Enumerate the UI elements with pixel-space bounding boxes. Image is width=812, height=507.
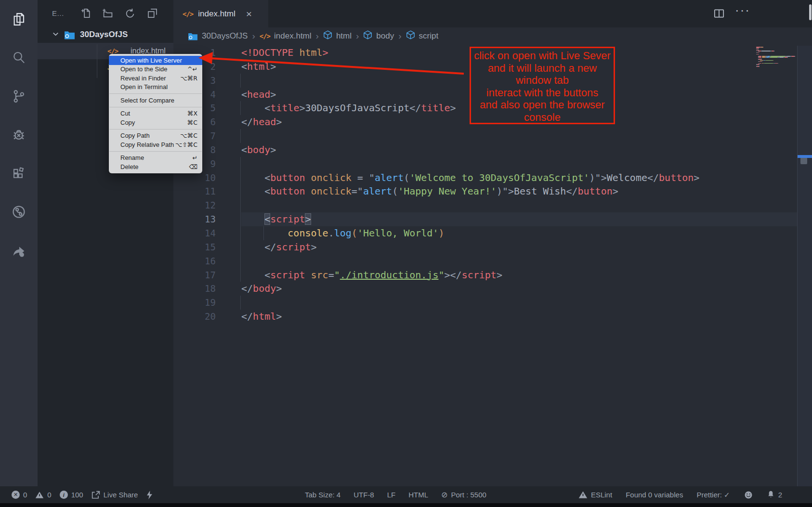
menu-item-shortcut: ↵	[193, 154, 197, 161]
indent-guide	[240, 268, 241, 282]
status-tab-size[interactable]: Tab Size: 4	[305, 491, 341, 499]
annotation-text-line: and also open the browser	[471, 99, 614, 111]
indent-guide	[240, 240, 241, 254]
menu-item-copy[interactable]: Copy⌘C	[109, 118, 202, 127]
search-icon[interactable]	[0, 39, 38, 77]
minimap-line	[761, 59, 762, 60]
status-warnings[interactable]: 0	[35, 491, 51, 499]
annotation-box: click on open with Live Severand it will…	[470, 47, 615, 124]
code-line-11[interactable]: 11 <button onclick="alert('Happy New Yea…	[173, 184, 812, 198]
breadcrumb-item-body[interactable]: body	[363, 30, 394, 42]
editor-scrollbar-thumb[interactable]	[800, 157, 807, 164]
new-file-icon[interactable]	[79, 7, 93, 20]
status-prettier[interactable]: Prettier: ✓	[696, 491, 730, 499]
menu-item-delete[interactable]: Delete⌫	[109, 162, 202, 171]
code-text: <script src="./introduction.js"></script…	[241, 268, 502, 282]
status-language[interactable]: HTML	[408, 491, 428, 499]
menu-item-shortcut: ⌥⌘R	[180, 75, 197, 82]
indent-guide	[240, 74, 241, 88]
live-share-icon[interactable]	[0, 193, 38, 231]
line-number: 18	[173, 282, 216, 296]
line-number: 12	[173, 198, 216, 212]
minimap-line	[778, 63, 778, 64]
code-line-19[interactable]: 19	[173, 296, 812, 310]
new-folder-icon[interactable]	[101, 7, 115, 20]
menu-item-select-for-compare[interactable]: Select for Compare	[109, 96, 202, 105]
split-editor-icon[interactable]	[713, 7, 725, 22]
symbol-cube-icon	[363, 32, 372, 41]
source-control-icon[interactable]	[0, 77, 38, 116]
breadcrumb-label: index.html	[274, 31, 311, 41]
breadcrumb-item-30daysofjs[interactable]: 30DaysOfJS	[188, 31, 248, 41]
minimap-line	[759, 64, 760, 65]
explorer-icon[interactable]	[0, 0, 38, 39]
menu-separator	[109, 93, 202, 94]
menu-item-reveal-in-finder[interactable]: Reveal in Finder⌥⌘R	[109, 74, 202, 83]
menu-item-open-in-terminal[interactable]: Open in Terminal	[109, 83, 202, 92]
minimap-line	[759, 66, 760, 67]
annotation-text-line: window tab	[471, 74, 614, 87]
code-line-7[interactable]: 7	[173, 129, 812, 143]
annotation-text-line: interact with the buttons	[471, 87, 614, 99]
folder-icon	[64, 30, 75, 39]
code-line-18[interactable]: 18</body>	[173, 282, 812, 296]
context-menu: Open with Live ServerOpen to the Side^↵R…	[109, 54, 202, 173]
minimap[interactable]	[755, 47, 797, 80]
html-file-icon: </>	[183, 10, 193, 18]
refresh-icon[interactable]	[123, 7, 137, 20]
status-errors[interactable]: ✕0	[12, 491, 27, 499]
status-prettier-label: Prettier: ✓	[696, 491, 730, 499]
status-notifications[interactable]: 2	[767, 490, 782, 499]
line-number: 17	[173, 268, 216, 282]
menu-item-open-to-the-side[interactable]: Open to the Side^↵	[109, 65, 202, 74]
status-eol[interactable]: LF	[387, 491, 396, 499]
close-tab-icon[interactable]: ×	[246, 9, 252, 19]
menu-item-copy-relative-path[interactable]: Copy Relative Path⌥⇧⌘C	[109, 140, 202, 149]
code-line-9[interactable]: 9	[173, 157, 812, 171]
minimap-line	[763, 47, 763, 48]
breadcrumb-item-script[interactable]: script	[406, 30, 439, 42]
status-live-share[interactable]: Live Share	[92, 491, 138, 499]
breadcrumb-item-html[interactable]: html	[323, 30, 352, 42]
window-scrollbar-thumb[interactable]	[809, 4, 812, 20]
overview-ruler	[797, 46, 812, 486]
code-line-14[interactable]: 14 console.log('Hello, World')	[173, 226, 812, 240]
menu-item-cut[interactable]: Cut⌘X	[109, 109, 202, 118]
extensions-icon[interactable]	[0, 154, 38, 193]
line-number: 19	[173, 296, 216, 310]
minimap-line	[759, 57, 761, 58]
status-feedback[interactable]	[744, 490, 753, 500]
status-bolt[interactable]	[146, 490, 153, 500]
code-line-16[interactable]: 16	[173, 254, 812, 268]
status-port[interactable]: ⊘Port : 5500	[441, 490, 486, 499]
menu-item-rename[interactable]: Rename↵	[109, 154, 202, 163]
menu-item-shortcut: ^↵	[187, 65, 197, 73]
code-line-17[interactable]: 17 <script src="./introduction.js"></scr…	[173, 268, 812, 282]
line-number: 11	[173, 184, 216, 198]
tab-index-html[interactable]: </> index.html ×	[173, 0, 268, 27]
menu-item-open-with-live-server[interactable]: Open with Live Server	[109, 56, 202, 65]
code-line-10[interactable]: 10 <button onclick = "alert('Welcome to …	[173, 171, 812, 185]
menu-item-copy-path[interactable]: Copy Path⌥⌘C	[109, 131, 202, 141]
minimap-line	[759, 52, 760, 53]
run-debug-icon[interactable]	[0, 116, 38, 154]
code-text: </html>	[241, 310, 282, 324]
status-encoding[interactable]: UTF-8	[354, 491, 374, 499]
minimap-line	[759, 54, 759, 55]
code-line-20[interactable]: 20</html>	[173, 310, 812, 324]
breadcrumb-item-index-html[interactable]: </>index.html	[260, 31, 312, 41]
code-line-15[interactable]: 15 </script>	[173, 240, 812, 254]
code-line-12[interactable]: 12	[173, 198, 812, 212]
collapse-folders-icon[interactable]	[145, 7, 159, 20]
status-notifications-label: 2	[778, 491, 782, 499]
code-line-13[interactable]: 13 <script>	[173, 212, 812, 226]
status-infos[interactable]: i100	[60, 491, 83, 499]
status-variables[interactable]: Found 0 variables	[626, 491, 683, 499]
code-line-8[interactable]: 8<body>	[173, 143, 812, 157]
status-variables-label: Found 0 variables	[626, 491, 683, 499]
lightning-bolt-icon	[146, 490, 153, 500]
sidebar-item-30daysofjs[interactable]: 30DaysOfJS	[38, 26, 173, 43]
share-icon[interactable]	[0, 231, 38, 270]
status-eslint[interactable]: ESLint	[578, 491, 612, 499]
more-actions-icon[interactable]: ···	[735, 3, 750, 18]
